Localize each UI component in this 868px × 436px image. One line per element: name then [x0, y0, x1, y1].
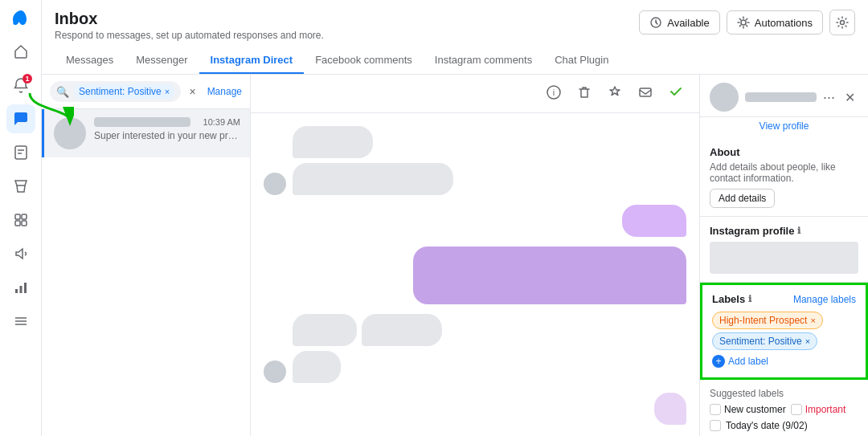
settings-button[interactable]	[829, 10, 855, 35]
chat-toolbar: i	[251, 75, 699, 113]
labels-section: Labels ℹ Manage labels High-Intent Prosp…	[700, 283, 868, 380]
page-title: Inbox	[55, 10, 324, 28]
label-tag-sentiment: Sentiment: Positive ×	[712, 332, 817, 350]
today-date-checkbox[interactable]	[710, 420, 721, 431]
add-details-button[interactable]: Add details	[710, 189, 775, 208]
sidebar-menu-icon[interactable]	[6, 307, 35, 336]
conversation-name-placeholder	[94, 117, 190, 127]
tab-instagram-comments[interactable]: Instagram comments	[424, 47, 543, 74]
profile-avatar	[710, 83, 739, 112]
message-bubble	[293, 351, 341, 383]
filter-tag-remove[interactable]: ×	[165, 87, 170, 96]
clear-search-button[interactable]: ×	[186, 85, 199, 98]
svg-rect-0	[15, 146, 27, 159]
close-panel-icon[interactable]: ✕	[841, 88, 858, 107]
svg-rect-9	[24, 283, 27, 293]
automations-button[interactable]: Automations	[727, 10, 823, 35]
message-right-3	[264, 393, 686, 425]
add-label-button[interactable]: + Add label	[712, 353, 856, 369]
sidebar: 1	[0, 0, 42, 436]
conversation-time: 10:39 AM	[203, 117, 240, 127]
sidebar-pages-icon[interactable]	[6, 138, 35, 167]
tab-messages[interactable]: Messages	[55, 47, 125, 74]
svg-rect-8	[19, 286, 22, 293]
message-left-2	[264, 314, 686, 383]
svg-rect-5	[15, 221, 20, 226]
svg-point-15	[841, 21, 845, 25]
important-checkbox[interactable]	[791, 404, 802, 415]
svg-point-14	[741, 20, 746, 25]
about-title: About	[710, 146, 858, 158]
email-icon[interactable]	[635, 82, 656, 106]
instagram-profile-section: Instagram profile ℹ	[700, 217, 868, 283]
today-date-row: Today's date (9/02)	[710, 420, 858, 431]
tab-facebook-comments[interactable]: Facebook comments	[304, 47, 424, 74]
svg-rect-6	[22, 221, 27, 226]
instagram-info-icon: ℹ	[797, 226, 800, 236]
clock-icon	[649, 16, 662, 29]
tab-messenger[interactable]: Messenger	[125, 47, 199, 74]
message-bubble	[293, 126, 373, 158]
header: Inbox Respond to messages, set up automa…	[42, 0, 868, 75]
labels-info-icon: ℹ	[748, 294, 751, 304]
instagram-profile-placeholder	[710, 242, 858, 274]
label-tag-text: Sentiment: Positive	[719, 336, 802, 347]
trash-icon[interactable]	[574, 82, 595, 106]
message-bubble	[362, 314, 442, 346]
tab-instagram-direct[interactable]: Instagram Direct	[199, 47, 305, 74]
message-right-2	[264, 247, 686, 304]
sidebar-grid-icon[interactable]	[6, 206, 35, 234]
svg-rect-19	[640, 88, 651, 96]
message-bubble-large	[413, 247, 686, 304]
view-profile-link[interactable]: View profile	[700, 117, 868, 138]
add-label-plus-icon: +	[712, 355, 725, 368]
chat-messages: 10:39 AM Super interested in your new pr…	[251, 113, 699, 436]
sidebar-megaphone-icon[interactable]	[6, 239, 35, 268]
filter-tag-label: Sentiment: Positive	[79, 86, 162, 97]
label-remove-sentiment[interactable]: ×	[805, 336, 810, 346]
page-subtitle: Respond to messages, set up automated re…	[55, 30, 324, 41]
sender-avatar	[264, 173, 286, 195]
done-icon[interactable]	[665, 81, 686, 106]
add-label-text: Add label	[728, 356, 768, 367]
suggested-labels-row: New customer Important	[710, 404, 858, 415]
sidebar-chart-icon[interactable]	[6, 273, 35, 302]
message-left-1	[264, 126, 686, 195]
svg-rect-4	[22, 214, 27, 219]
gear-icon	[836, 16, 849, 29]
tab-bar: Messages Messenger Instagram Direct Face…	[55, 47, 855, 74]
label-tag-high-intent: High-Intent Prospect ×	[712, 312, 823, 329]
new-customer-checkbox[interactable]	[710, 404, 721, 415]
svg-rect-7	[15, 289, 18, 293]
conversation-info: 10:39 AM Super interested in your new pr…	[94, 117, 240, 141]
about-subtitle: Add details about people, like contact i…	[710, 161, 858, 184]
message-bubble	[622, 205, 686, 237]
sidebar-home-icon[interactable]	[6, 37, 35, 66]
header-text: Inbox Respond to messages, set up automa…	[55, 10, 324, 41]
automations-label: Automations	[755, 17, 813, 29]
main-content: Inbox Respond to messages, set up automa…	[42, 0, 868, 436]
star-icon[interactable]	[604, 82, 625, 106]
info-icon[interactable]: i	[543, 82, 564, 106]
label-remove-high-intent[interactable]: ×	[810, 316, 815, 325]
suggested-important: Important	[791, 404, 846, 415]
today-date-label: Today's date (9/02)	[726, 420, 808, 431]
svg-rect-3	[15, 214, 20, 219]
right-panel: ··· ✕ View profile About Add details abo…	[699, 75, 868, 436]
available-button[interactable]: Available	[639, 10, 720, 35]
available-label: Available	[667, 17, 710, 29]
notification-badge: 1	[23, 74, 31, 84]
conversation-list: 🔍 Sentiment: Positive × × Manage 10:39 A…	[42, 75, 251, 436]
label-tag-text: High-Intent Prospect	[719, 315, 807, 326]
body-area: 🔍 Sentiment: Positive × × Manage 10:39 A…	[42, 75, 868, 436]
automations-icon	[737, 16, 750, 29]
about-section: About Add details about people, like con…	[700, 138, 868, 217]
suggested-labels-title: Suggested labels	[710, 388, 858, 399]
manage-link[interactable]: Manage	[204, 86, 242, 97]
meta-logo-icon[interactable]	[8, 6, 34, 32]
manage-labels-link[interactable]: Manage labels	[793, 294, 856, 305]
more-options-icon[interactable]: ···	[823, 89, 835, 106]
tab-chat-plugin[interactable]: Chat Plugin	[543, 47, 620, 74]
sidebar-shop-icon[interactable]	[6, 172, 35, 201]
suggested-new-customer: New customer	[710, 404, 786, 415]
